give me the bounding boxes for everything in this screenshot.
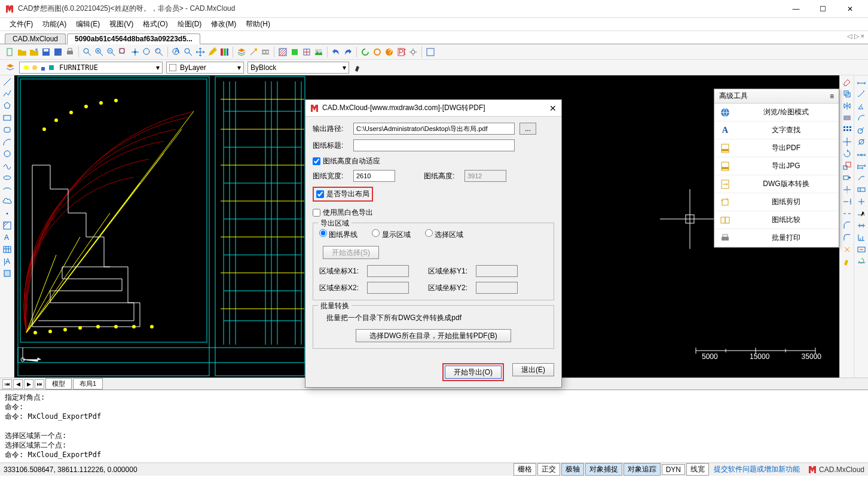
tab-drawing[interactable]: 5090ab61c4564d8baf63a09223d5...	[67, 34, 200, 44]
brush-icon[interactable]	[353, 62, 363, 73]
adv-crop[interactable]: 图纸剪切	[714, 193, 839, 211]
adv-export-jpg[interactable]: 导出JPG	[714, 157, 839, 175]
trim-icon[interactable]	[842, 184, 852, 195]
region-icon[interactable]	[2, 268, 13, 279]
status-osnap[interactable]: 对象捕捉	[585, 463, 622, 476]
spline-icon[interactable]	[2, 160, 13, 171]
dim-linear-icon[interactable]	[856, 77, 867, 87]
print-icon[interactable]	[65, 47, 75, 57]
maximize-button[interactable]: ☐	[809, 1, 836, 17]
rectangle-icon[interactable]	[2, 112, 13, 123]
auto-height-checkbox[interactable]	[313, 157, 320, 165]
output-path-input[interactable]	[353, 123, 515, 135]
status-grid[interactable]: 栅格	[514, 463, 536, 476]
dialog-close-button[interactable]: ✕	[549, 104, 557, 113]
linetype-combo[interactable]: ByBlock ▾	[247, 62, 349, 74]
sheet-nav-last[interactable]: ⏭	[35, 379, 44, 389]
close-button[interactable]: ✕	[836, 1, 863, 17]
move2-icon[interactable]	[842, 136, 852, 147]
tolerance-icon[interactable]	[856, 184, 867, 195]
dim-radius-icon[interactable]	[856, 124, 867, 135]
sheet-nav-first[interactable]: ⏮	[2, 379, 12, 389]
saveas-icon[interactable]	[53, 47, 63, 57]
sheet-tab-layout1[interactable]: 布局1	[73, 378, 103, 390]
text-icon[interactable]: A	[2, 232, 13, 243]
dim-update-icon[interactable]	[856, 256, 867, 267]
batch-select-button[interactable]: 选择DWG所在目录，开始批量转PDF(B)	[356, 329, 511, 342]
sheet-tab-model[interactable]: 模型	[45, 378, 72, 390]
dim-edit-icon[interactable]	[856, 208, 867, 219]
menu-help[interactable]: 帮助(H)	[241, 18, 275, 31]
dim-style-icon[interactable]	[856, 244, 867, 255]
status-ortho[interactable]: 正交	[537, 463, 560, 476]
zoom-in-icon[interactable]	[94, 47, 105, 57]
polygon-icon[interactable]	[2, 101, 13, 111]
open-icon[interactable]	[17, 47, 27, 57]
feedback-link[interactable]: 提交软件问题或增加新功能	[714, 464, 800, 474]
menu-format[interactable]: 格式(O)	[138, 18, 172, 31]
menu-edit[interactable]: 编辑(E)	[71, 18, 105, 31]
export-layout-checkbox[interactable]	[316, 190, 324, 198]
open-cloud-icon[interactable]	[29, 47, 39, 57]
refresh-icon[interactable]	[360, 47, 371, 57]
circle-icon[interactable]	[2, 148, 13, 159]
adv-text-find[interactable]: A文字查找	[714, 121, 839, 139]
export-pdf-icon[interactable]: PDF	[396, 47, 407, 57]
dim-continue-icon[interactable]	[856, 148, 867, 159]
zoom-window-icon[interactable]	[82, 47, 93, 57]
width-input[interactable]	[353, 170, 395, 182]
rotate-icon[interactable]	[842, 148, 852, 159]
insert-icon[interactable]	[301, 47, 312, 57]
dim-aligned-icon[interactable]	[856, 89, 867, 99]
arc-icon[interactable]	[2, 136, 13, 147]
dim-angular-icon[interactable]	[856, 101, 867, 111]
edit-icon[interactable]	[207, 47, 218, 57]
array-icon[interactable]	[842, 124, 852, 135]
radio-display-area[interactable]: 显示区域	[372, 229, 410, 240]
radio-sheet-extent[interactable]: 图纸界线	[319, 229, 357, 240]
menu-view[interactable]: 视图(V)	[105, 18, 138, 31]
status-lineweight[interactable]: 线宽	[686, 463, 709, 476]
zoom-all-icon[interactable]: A	[171, 47, 182, 57]
zoom-out-icon[interactable]	[106, 47, 117, 57]
rect2-icon[interactable]	[2, 124, 13, 135]
move-icon[interactable]	[195, 47, 206, 57]
sheet-nav-prev[interactable]: ◀	[13, 379, 23, 389]
hatch-icon[interactable]	[277, 47, 288, 57]
zoom-extents-icon[interactable]	[118, 47, 129, 57]
browse-button[interactable]: ...	[519, 123, 536, 135]
menu-draw[interactable]: 绘图(D)	[173, 18, 207, 31]
adv-dwg-convert[interactable]: DWG版本转换	[714, 175, 839, 193]
leader-icon[interactable]	[856, 172, 867, 183]
start-export-button[interactable]: 开始导出(O)	[445, 366, 502, 379]
redo-icon[interactable]	[343, 47, 353, 57]
sheet-title-input[interactable]	[353, 139, 515, 151]
stretch-icon[interactable]	[842, 172, 852, 183]
settings-icon[interactable]	[408, 47, 418, 57]
adv-batch-print[interactable]: 批量打印	[714, 229, 839, 247]
radio-select-area[interactable]: 选择区域	[425, 229, 463, 240]
offset-icon[interactable]	[842, 112, 852, 123]
image-icon[interactable]	[313, 47, 324, 57]
color-combo[interactable]: ByLayer ▾	[166, 62, 244, 74]
mirror-icon[interactable]	[842, 101, 852, 111]
sheet-nav-next[interactable]: ▶	[24, 379, 33, 389]
copy-icon[interactable]	[842, 89, 852, 99]
adv-compare[interactable]: 图纸比较	[714, 211, 839, 229]
tab-nav-controls[interactable]: ◁ ▷ ×	[847, 32, 864, 40]
layers-icon[interactable]	[236, 47, 247, 57]
menu-modify[interactable]: 修改(M)	[206, 18, 241, 31]
break-icon[interactable]	[842, 208, 852, 219]
adv-panel-menu-icon[interactable]: ≡	[830, 92, 834, 101]
brush2-icon[interactable]	[842, 256, 852, 267]
undo-icon[interactable]	[331, 47, 341, 57]
layer-manager-icon[interactable]	[5, 62, 16, 73]
explode-icon[interactable]	[842, 244, 852, 255]
adv-export-pdf[interactable]: 导出PDF	[714, 139, 839, 157]
scale-icon[interactable]	[842, 160, 852, 171]
save-icon[interactable]	[41, 47, 51, 57]
command-window[interactable]: 指定对角点: 命令: 命令: MxCloud_ExportPdf 选择区域第一个…	[0, 390, 868, 462]
regen-icon[interactable]	[372, 47, 383, 57]
point-icon[interactable]	[2, 208, 13, 219]
new-icon[interactable]	[5, 47, 16, 57]
